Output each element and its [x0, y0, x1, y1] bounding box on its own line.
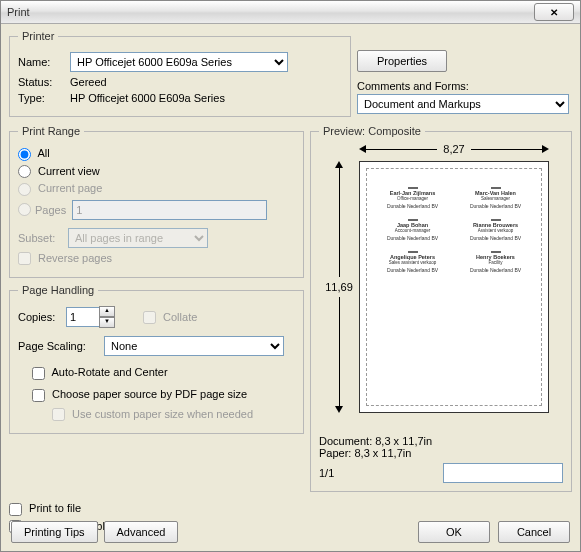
print-to-file-check[interactable] [9, 503, 22, 516]
printer-name-select[interactable]: HP Officejet 6000 E609a Series [70, 52, 288, 72]
dialog-buttons: Printing Tips Advanced OK Cancel [11, 521, 570, 543]
status-label: Status: [18, 76, 70, 88]
preview-card: Marc-Van HalenSalesmanagerDunable Nederl… [458, 183, 533, 215]
copies-label: Copies: [18, 311, 66, 323]
preview-area: 8,27 11,69 Earl-Jan ZijlmansOffice-manag… [319, 143, 549, 431]
preview-legend: Preview: Composite [319, 125, 425, 137]
pages-input [72, 200, 267, 220]
preview-card: Henry BoekersFacilityDunable Nederland B… [458, 247, 533, 279]
radio-current-page-label: Current page [18, 182, 102, 196]
print-to-file-label[interactable]: Print to file [9, 502, 81, 516]
print-range-group: Print Range All Current view [9, 125, 304, 278]
preview-card: Rianne BrouwersAssistent verkoopDunable … [458, 215, 533, 247]
radio-all-label[interactable]: All [18, 147, 50, 161]
preview-card: Earl-Jan ZijlmansOffice-managerDunable N… [375, 183, 450, 215]
cancel-button[interactable]: Cancel [498, 521, 570, 543]
type-value: HP Officejet 6000 E609a Series [70, 92, 225, 104]
dim-horizontal: 8,27 [359, 143, 549, 155]
scaling-label: Page Scaling: [18, 340, 104, 352]
advanced-button[interactable]: Advanced [104, 521, 179, 543]
scaling-select[interactable]: None [104, 336, 284, 356]
page-outline: Earl-Jan ZijlmansOffice-managerDunable N… [359, 161, 549, 413]
preview-card: Angelique PetersSales assistent verkoopD… [375, 247, 450, 279]
name-label: Name: [18, 56, 70, 68]
subset-select: All pages in range [68, 228, 208, 248]
preview-card: Jaap BohanAccount-managerDunable Nederla… [375, 215, 450, 247]
reverse-pages-label: Reverse pages [18, 252, 112, 266]
autorotate-label[interactable]: Auto-Rotate and Center [32, 366, 168, 380]
radio-pages-label: Pages [18, 203, 66, 216]
comments-select[interactable]: Document and Markups [357, 94, 569, 114]
radio-current-view-label[interactable]: Current view [18, 165, 100, 179]
choose-paper-check[interactable] [32, 389, 45, 402]
choose-paper-label[interactable]: Choose paper source by PDF page size [32, 388, 247, 402]
custom-paper-label: Use custom paper size when needed [52, 408, 253, 422]
reverse-pages-check [18, 252, 31, 265]
type-label: Type: [18, 92, 70, 104]
status-value: Gereed [70, 76, 107, 88]
page-handling-legend: Page Handling [18, 284, 98, 296]
comments-label: Comments and Forms: [357, 80, 572, 92]
autorotate-check[interactable] [32, 367, 45, 380]
titlebar: Print ✕ [1, 1, 580, 24]
window-title: Print [7, 6, 30, 18]
printer-legend: Printer [18, 30, 58, 42]
arrow-left-icon [359, 145, 366, 153]
radio-all[interactable] [18, 148, 31, 161]
radio-current-page [18, 183, 31, 196]
radio-pages [18, 203, 31, 216]
collate-label: Collate [143, 311, 197, 325]
close-button[interactable]: ✕ [534, 3, 574, 21]
document-size-label: Document: 8,3 x 11,7in [319, 435, 563, 447]
dim-vertical: 11,69 [319, 161, 359, 413]
paper-size-label: Paper: 8,3 x 11,7in [319, 447, 563, 459]
page-indicator: 1/1 [319, 467, 334, 479]
radio-current-view[interactable] [18, 165, 31, 178]
copies-input[interactable] [66, 307, 100, 327]
ok-button[interactable]: OK [418, 521, 490, 543]
spin-down-icon[interactable]: ▼ [99, 317, 115, 328]
custom-paper-check [52, 408, 65, 421]
arrow-down-icon [335, 406, 343, 413]
dialog-content: Printer Name: HP Officejet 6000 E609a Se… [1, 24, 580, 545]
page-handling-group: Page Handling Copies: ▲ ▼ Collat [9, 284, 304, 434]
copies-spinner[interactable]: ▲ ▼ [66, 306, 115, 328]
properties-button[interactable]: Properties [357, 50, 447, 72]
spin-up-icon[interactable]: ▲ [99, 306, 115, 317]
zoom-input[interactable] [443, 463, 563, 483]
preview-width-value: 8,27 [437, 143, 470, 155]
arrow-up-icon [335, 161, 343, 168]
close-icon: ✕ [550, 7, 558, 18]
print-range-legend: Print Range [18, 125, 84, 137]
print-dialog: Print ✕ Printer Name: HP Officejet 6000 … [0, 0, 581, 552]
preview-height-value: 11,69 [325, 277, 353, 297]
collate-check [143, 311, 156, 324]
subset-label: Subset: [18, 232, 68, 244]
printing-tips-button[interactable]: Printing Tips [11, 521, 98, 543]
preview-group: Preview: Composite 8,27 11,69 [310, 125, 572, 492]
printer-group: Printer Name: HP Officejet 6000 E609a Se… [9, 30, 351, 117]
arrow-right-icon [542, 145, 549, 153]
page-inner: Earl-Jan ZijlmansOffice-managerDunable N… [366, 168, 542, 406]
